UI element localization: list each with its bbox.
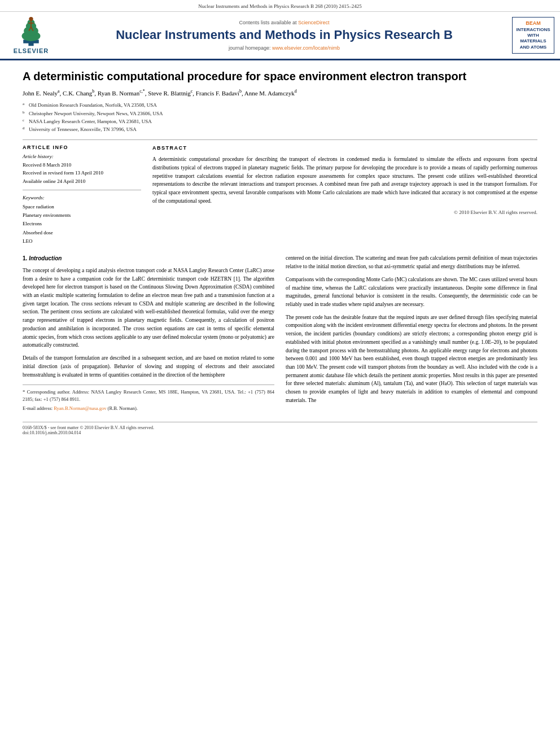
elsevier-brand-text: ELSEVIER bbox=[14, 47, 49, 54]
article-info-header: ARTICLE INFO bbox=[23, 145, 141, 150]
keyword-5: LEO bbox=[23, 237, 141, 246]
main-body-section: 1. Introduction The concept of developin… bbox=[23, 254, 537, 413]
info-abstract-section: ARTICLE INFO Article history: Received 8… bbox=[23, 145, 537, 246]
abstract-header: ABSTRACT bbox=[152, 145, 537, 152]
right-paragraph-2: Comparisons with the corresponding Monte… bbox=[286, 276, 537, 309]
affil-d-text: University of Tennessee, Knoxville, TN 3… bbox=[29, 125, 137, 133]
divider-after-affiliations bbox=[23, 139, 537, 140]
beam-line-5: AND ATOMS bbox=[515, 45, 551, 50]
article-info-column: ARTICLE INFO Article history: Received 8… bbox=[23, 145, 141, 246]
affil-c: cNASA Langley Research Center, Hampton, … bbox=[23, 117, 537, 125]
keyword-4: Absorbed dose bbox=[23, 229, 141, 237]
keyword-3: Electrons bbox=[23, 220, 141, 228]
sciencedirect-link[interactable]: ScienceDirect bbox=[298, 20, 330, 25]
keywords-title: Keywords: bbox=[23, 195, 141, 200]
contents-label: Contents lists available at bbox=[239, 20, 296, 25]
elsevier-logo: ELSEVIER bbox=[6, 16, 56, 54]
svg-point-6 bbox=[29, 17, 33, 21]
homepage-label: journal homepage: bbox=[229, 45, 271, 51]
affil-c-text: NASA Langley Research Center, Hampton, V… bbox=[29, 117, 152, 125]
email-label: E-mail address: bbox=[23, 405, 53, 411]
journal-homepage-line: journal homepage: www.elsevier.com/locat… bbox=[62, 45, 506, 51]
right-paragraph-3: The present code has the desirable featu… bbox=[286, 313, 537, 405]
affil-b-text: Christopher Newport University, Newport … bbox=[29, 110, 163, 117]
journal-citation-text: Nuclear Instruments and Methods in Physi… bbox=[198, 3, 361, 9]
bottom-bar: 0168-583X/$ - see front matter © 2010 El… bbox=[23, 422, 537, 435]
article-title: A deterministic computational procedure … bbox=[23, 69, 537, 84]
journal-header: ELSEVIER Contents lists available at Sci… bbox=[0, 12, 560, 60]
received-revised-date: Received in revised form 13 April 2010 bbox=[23, 169, 141, 177]
body-right-col: centered on the initial direction. The s… bbox=[286, 254, 537, 413]
issn-line: 0168-583X/$ - see front matter © 2010 El… bbox=[23, 425, 537, 430]
elsevier-tree-icon bbox=[8, 16, 54, 47]
journal-title-area: Contents lists available at ScienceDirec… bbox=[62, 20, 506, 50]
divider-keywords bbox=[23, 190, 141, 190]
article-history-block: Article history: Received 8 March 2010 R… bbox=[23, 154, 141, 185]
email-address[interactable]: Ryan.B.Norman@nasa.gov bbox=[54, 405, 106, 411]
intro-paragraph-2: Details of the transport formulation are… bbox=[23, 354, 274, 379]
beam-line-3: WITH bbox=[515, 33, 551, 38]
beam-line-1: BEAM bbox=[515, 20, 551, 27]
page-wrapper: Nuclear Instruments and Methods in Physi… bbox=[0, 0, 560, 441]
affil-b: bChristopher Newport University, Newport… bbox=[23, 110, 537, 117]
section-number: 1. bbox=[23, 255, 27, 261]
contents-line: Contents lists available at ScienceDirec… bbox=[62, 20, 506, 25]
affil-a-text: Old Dominion Research Foundation, Norfol… bbox=[29, 101, 157, 109]
article-body: A deterministic computational procedure … bbox=[0, 60, 560, 441]
footnote-block: * Corresponding author. Address: NASA La… bbox=[23, 385, 274, 412]
keyword-2: Planetary environments bbox=[23, 211, 141, 220]
footnote-email: E-mail address: Ryan.B.Norman@nasa.gov (… bbox=[23, 405, 274, 412]
abstract-text: A deterministic computational procedure … bbox=[152, 155, 537, 205]
body-left-col: 1. Introduction The concept of developin… bbox=[23, 254, 274, 413]
right-paragraph-1: centered on the initial direction. The s… bbox=[286, 254, 537, 270]
beam-line-2: INTERACTIONS bbox=[515, 27, 551, 33]
email-suffix: (R.B. Norman). bbox=[108, 405, 138, 411]
journal-main-title: Nuclear Instruments and Methods in Physi… bbox=[62, 28, 506, 42]
beam-line-4: MATERIALS bbox=[515, 38, 551, 44]
received-date: Received 8 March 2010 bbox=[23, 161, 141, 169]
keyword-1: Space radiation bbox=[23, 203, 141, 211]
abstract-column: ABSTRACT A deterministic computational p… bbox=[152, 145, 537, 246]
doi-line: doi:10.1016/j.nimb.2010.04.014 bbox=[23, 430, 537, 435]
affil-a: aOld Dominion Research Foundation, Norfo… bbox=[23, 101, 537, 109]
history-title: Article history: bbox=[23, 154, 141, 159]
homepage-url[interactable]: www.elsevier.com/locate/nimb bbox=[272, 45, 340, 51]
keywords-block: Keywords: Space radiation Planetary envi… bbox=[23, 195, 141, 246]
introduction-heading: 1. Introduction bbox=[23, 254, 274, 263]
footnote-corresponding: * Corresponding author. Address: NASA La… bbox=[23, 388, 274, 403]
authors-line: John E. Nealya, C.K. Changb, Ryan B. Nor… bbox=[23, 88, 537, 98]
available-online-date: Available online 24 April 2010 bbox=[23, 177, 141, 185]
intro-paragraph-1: The concept of developing a rapid analys… bbox=[23, 267, 274, 350]
beam-interactions-box: BEAM INTERACTIONS WITH MATERIALS AND ATO… bbox=[512, 17, 554, 54]
section-title-text: Introduction bbox=[29, 255, 62, 261]
copyright-line: © 2010 Elsevier B.V. All rights reserved… bbox=[152, 209, 537, 217]
affiliations-block: aOld Dominion Research Foundation, Norfo… bbox=[23, 101, 537, 134]
journal-citation-line: Nuclear Instruments and Methods in Physi… bbox=[0, 0, 560, 12]
affil-d: dUniversity of Tennessee, Knoxville, TN … bbox=[23, 125, 537, 133]
